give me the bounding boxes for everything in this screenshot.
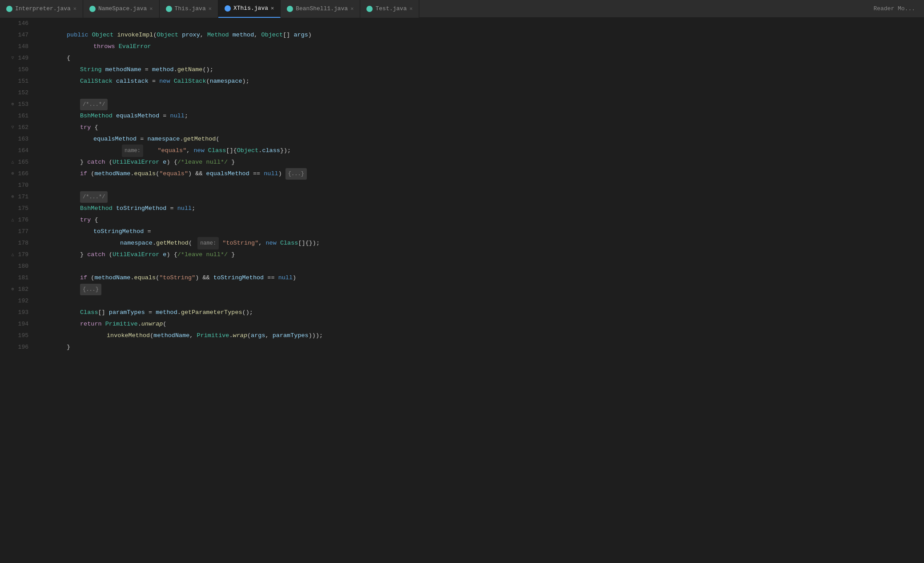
var-tostringmethod-177: toStringMethod xyxy=(93,226,148,237)
var-methodname-195: methodName xyxy=(153,330,189,342)
close-interpreter[interactable]: ✕ xyxy=(73,5,76,12)
code-area: public Object invokeImpl ( Object proxy … xyxy=(36,18,924,563)
type-object-164: Object xyxy=(237,145,259,157)
fold-icon-182[interactable]: ⊕ xyxy=(10,287,16,292)
line-num-163: 163 xyxy=(18,133,28,145)
var-method-193: method xyxy=(156,307,177,318)
code-line-179: } catch ( UtilEvalError e ) { /*leave nu… xyxy=(40,249,924,261)
brace-close-196: } xyxy=(67,342,70,353)
str-equals-166: "equals" xyxy=(159,168,188,180)
gutter-148: 148 xyxy=(0,41,28,52)
tab-xthis[interactable]: XThis.java ✕ xyxy=(218,0,281,18)
fold-icon-176[interactable]: △ xyxy=(10,217,16,223)
var-method: method xyxy=(233,29,254,41)
close-namespace[interactable]: ✕ xyxy=(149,5,153,12)
type-callstack-new: CallStack xyxy=(174,76,206,87)
gutter-192: 192 xyxy=(0,295,28,307)
code-line-194: return Primitive . unwrap ( xyxy=(40,318,924,330)
line-num-177: 177 xyxy=(18,226,28,237)
var-methodname: methodName xyxy=(105,64,145,76)
tab-label-beanshell: BeanShell1.java xyxy=(296,5,348,12)
line-num-181: 181 xyxy=(18,272,28,284)
tab-interpreter[interactable]: Interpreter.java ✕ xyxy=(0,0,83,18)
close-this[interactable]: ✕ xyxy=(209,5,212,12)
type-utilevalerror-165: UtilEvalError xyxy=(112,157,163,168)
var-equalsmethod: equalsMethod xyxy=(116,110,163,122)
fold-icon-166[interactable]: ⊕ xyxy=(10,171,16,177)
var-equalsmethod-166: equalsMethod xyxy=(206,168,253,180)
line-number-gutter: 146 147 148 ▽ 149 150 151 152 ⊕ 153 161 … xyxy=(0,18,36,563)
code-line-166: if ( methodName . equals ( "equals" ) &&… xyxy=(40,168,924,180)
gutter-176: △ 176 xyxy=(0,214,28,226)
str-tostring-178: "toString" xyxy=(222,237,258,249)
tab-bar: Interpreter.java ✕ NameSpace.java ✕ This… xyxy=(0,0,924,18)
folded-block-166[interactable]: {...} xyxy=(285,168,307,180)
code-line-182: {...} xyxy=(40,284,924,295)
code-line-170 xyxy=(40,180,924,191)
line-num-182: 182 xyxy=(18,284,28,295)
line-num-150: 150 xyxy=(18,64,28,76)
tab-icon-namespace xyxy=(89,6,96,12)
str-tostring-181: "toString" xyxy=(159,272,195,284)
code-line-175: BshMethod toStringMethod = null ; xyxy=(40,203,924,214)
tab-icon-interpreter xyxy=(6,6,12,12)
gutter-194: 194 xyxy=(0,318,28,330)
line-num-161: 161 xyxy=(18,110,28,122)
var-args: args xyxy=(293,29,308,41)
fold-icon-171[interactable]: ⊕ xyxy=(10,194,16,200)
type-callstack-151: CallStack xyxy=(80,76,116,87)
folded-comment-153[interactable]: /*...*/ xyxy=(80,99,108,110)
gutter-146: 146 xyxy=(0,18,28,29)
fold-icon-153[interactable]: ⊕ xyxy=(10,102,16,107)
code-line-149: { xyxy=(40,52,924,64)
var-tostringmethod: toStringMethod xyxy=(116,203,170,214)
close-test[interactable]: ✕ xyxy=(410,5,413,12)
type-evalerror: EvalError xyxy=(119,41,151,52)
gutter-177: 177 xyxy=(0,226,28,237)
method-invokemethod: invokeMethod xyxy=(107,330,150,342)
method-unwrap: unwrap xyxy=(141,318,163,330)
fold-icon-149[interactable]: ▽ xyxy=(10,56,16,61)
hint-name-178: name: xyxy=(197,237,219,249)
gutter-166: ⊕ 166 xyxy=(0,168,28,180)
fold-icon-165[interactable]: △ xyxy=(10,160,16,165)
fold-icon-179[interactable]: △ xyxy=(10,252,16,257)
kw-null-181: null xyxy=(278,272,293,284)
kw-catch-179: catch xyxy=(87,249,109,261)
tab-label-interpreter: Interpreter.java xyxy=(15,5,71,12)
code-line-192 xyxy=(40,295,924,307)
code-line-181: if ( methodName . equals ( "toString" ) … xyxy=(40,272,924,284)
line-num-171: 171 xyxy=(18,191,28,203)
tab-test[interactable]: Test.java ✕ xyxy=(360,0,419,18)
var-tostringmethod-181: toStringMethod xyxy=(213,272,268,284)
gutter-147: 147 xyxy=(0,29,28,41)
tab-beanshell[interactable]: BeanShell1.java ✕ xyxy=(281,0,360,18)
tab-label-xthis: XThis.java xyxy=(233,5,268,12)
line-num-151: 151 xyxy=(18,76,28,87)
folded-block-182[interactable]: {...} xyxy=(80,284,101,295)
fold-icon-162[interactable]: ▽ xyxy=(10,125,16,130)
method-wrap: wrap xyxy=(233,330,247,342)
code-line-148: throws EvalError xyxy=(40,41,924,52)
comment-179: /*leave null*/ xyxy=(177,249,228,261)
type-object-proxy: Object xyxy=(157,29,182,41)
code-line-153: /*...*/ xyxy=(40,99,924,110)
gutter-180: 180 xyxy=(0,261,28,272)
reader-mode-button[interactable]: Reader Mo... xyxy=(873,5,924,12)
editor: 146 147 148 ▽ 149 150 151 152 ⊕ 153 161 … xyxy=(0,18,924,563)
tab-namespace[interactable]: NameSpace.java ✕ xyxy=(83,0,159,18)
line-num-152: 152 xyxy=(18,87,28,99)
folded-comment-171[interactable]: /*...*/ xyxy=(80,191,108,203)
code-line-195: invokeMethod ( methodName , Primitive . … xyxy=(40,330,924,342)
close-beanshell[interactable]: ✕ xyxy=(350,5,354,12)
close-xthis[interactable]: ✕ xyxy=(271,5,274,12)
var-equalsmethod-163: equalsMethod xyxy=(93,133,140,145)
var-paramtypes: paramTypes xyxy=(109,307,149,318)
method-getmethod-163: getMethod xyxy=(184,133,216,145)
line-num-147: 147 xyxy=(18,29,28,41)
tab-icon-test xyxy=(366,6,373,12)
tab-this[interactable]: This.java ✕ xyxy=(160,0,218,18)
code-line-165: } catch ( UtilEvalError e ) { /*leave nu… xyxy=(40,157,924,168)
tab-label-this: This.java xyxy=(175,5,206,12)
type-bshmethod-175: BshMethod xyxy=(80,203,116,214)
